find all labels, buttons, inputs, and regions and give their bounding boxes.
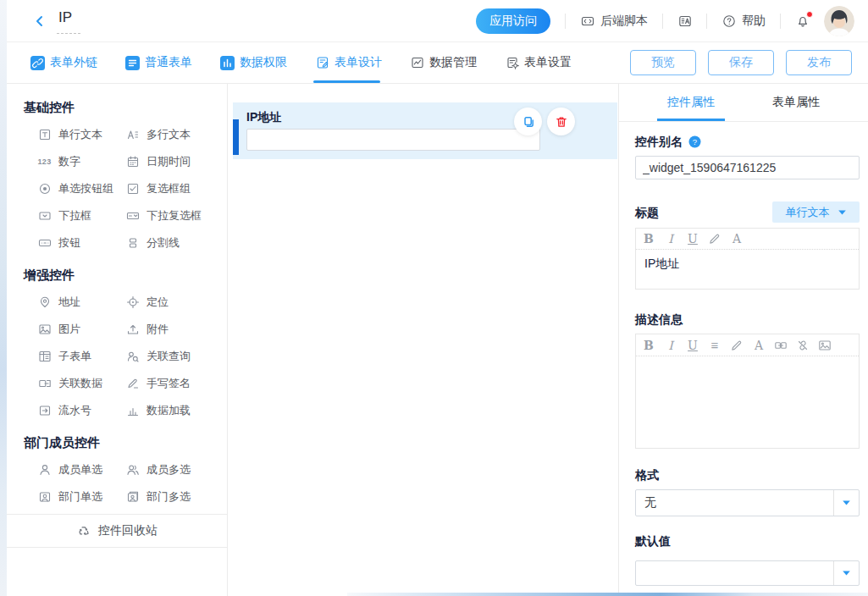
widget-item-serial-number[interactable]: 流水号 bbox=[37, 397, 125, 424]
avatar[interactable] bbox=[824, 6, 854, 36]
field-input[interactable] bbox=[246, 129, 540, 151]
description-label: 描述信息 bbox=[635, 312, 860, 327]
description-editor-content[interactable] bbox=[636, 356, 859, 448]
pencil-icon bbox=[708, 232, 722, 246]
help-circle-icon[interactable]: ? bbox=[688, 135, 702, 149]
linked-data-icon bbox=[37, 377, 52, 391]
widget-item-text-single[interactable]: 单行文本 bbox=[37, 121, 125, 148]
widget-item-select[interactable]: 下拉框 bbox=[37, 202, 125, 229]
publish-button[interactable]: 发布 bbox=[786, 50, 852, 75]
widget-item-data-load[interactable]: 数据加载 bbox=[125, 397, 227, 424]
alias-input[interactable] bbox=[635, 156, 860, 179]
bold-button[interactable]: B bbox=[638, 229, 660, 248]
widget-item-checkbox-group[interactable]: 复选框组 bbox=[125, 175, 227, 202]
form-designer-app: IP 应用访问 后端脚本 帮助 bbox=[0, 0, 868, 596]
widget-label: 定位 bbox=[147, 295, 169, 310]
divider bbox=[662, 14, 663, 29]
unlink-icon bbox=[796, 338, 810, 352]
text-single-icon bbox=[37, 128, 52, 142]
widget-item-divider[interactable]: 分割线 bbox=[125, 229, 227, 257]
format-select[interactable]: 无 bbox=[635, 489, 860, 516]
top-bar-actions: 应用访问 后端脚本 帮助 bbox=[476, 6, 868, 36]
section-title-basic: 基础控件 bbox=[24, 101, 227, 114]
widget-item-number[interactable]: 123数字 bbox=[37, 148, 125, 175]
pencil-button[interactable] bbox=[726, 336, 748, 355]
tab-form-properties[interactable]: 表单属性 bbox=[767, 84, 825, 121]
button-icon bbox=[37, 236, 52, 251]
tab-form-settings[interactable]: 表单设置 bbox=[505, 42, 572, 83]
help-button[interactable]: 帮助 bbox=[721, 14, 766, 29]
widget-item-location[interactable]: 定位 bbox=[125, 289, 227, 316]
notifications-button[interactable] bbox=[795, 14, 810, 28]
tab-data-permission[interactable]: 数据权限 bbox=[220, 42, 287, 83]
pencil-button[interactable] bbox=[704, 229, 726, 248]
app-access-button[interactable]: 应用访问 bbox=[476, 8, 550, 34]
code-icon bbox=[580, 14, 594, 28]
delete-field-button[interactable] bbox=[547, 108, 575, 135]
widget-recycle-bin[interactable]: 控件回收站 bbox=[7, 514, 227, 548]
link-button[interactable] bbox=[770, 336, 792, 355]
widget-label: 子表单 bbox=[58, 349, 91, 364]
save-button[interactable]: 保存 bbox=[708, 50, 774, 75]
widget-item-button[interactable]: 按钮 bbox=[37, 229, 125, 257]
tab-widget-properties[interactable]: 控件属性 bbox=[662, 84, 720, 121]
pencil-icon bbox=[730, 338, 744, 352]
font-color-button[interactable]: A bbox=[748, 336, 770, 355]
unlink-button[interactable] bbox=[792, 336, 814, 355]
widget-item-multiselect[interactable]: 下拉复选框 bbox=[125, 202, 227, 229]
bold-button[interactable]: B bbox=[638, 336, 660, 355]
widget-item-datetime[interactable]: 日期时间 bbox=[125, 148, 227, 175]
widget-label: 复选框组 bbox=[147, 181, 191, 196]
serial-number-icon bbox=[37, 404, 52, 418]
underline-button[interactable]: U bbox=[682, 336, 704, 355]
widget-label: 部门多选 bbox=[147, 489, 191, 505]
widget-item-address[interactable]: 地址 bbox=[37, 289, 125, 316]
widget-item-member-single[interactable]: 成员单选 bbox=[37, 456, 125, 483]
insert-image-button[interactable] bbox=[814, 336, 836, 355]
widget-item-member-multi[interactable]: 成员多选 bbox=[125, 456, 227, 483]
italic-button[interactable]: I bbox=[660, 336, 682, 355]
widget-label: 图片 bbox=[58, 322, 80, 337]
language-button[interactable] bbox=[677, 14, 692, 28]
number-icon: 123 bbox=[37, 155, 52, 169]
tab-data-management[interactable]: 数据管理 bbox=[410, 42, 477, 83]
field-label: IP地址 bbox=[246, 110, 281, 125]
tab-normal-form[interactable]: 普通表单 bbox=[125, 42, 192, 83]
title-editor-content[interactable]: IP地址 bbox=[636, 250, 859, 289]
multiselect-icon bbox=[125, 209, 140, 224]
widget-item-dept-single[interactable]: 部门单选 bbox=[37, 483, 125, 510]
widget-label: 数字 bbox=[58, 154, 80, 169]
recycle-icon bbox=[76, 524, 91, 538]
widget-item-linked-data[interactable]: 关联数据 bbox=[37, 370, 125, 397]
copy-field-button[interactable] bbox=[514, 108, 542, 135]
backend-script-button[interactable]: 后端脚本 bbox=[580, 14, 648, 29]
help-label: 帮助 bbox=[742, 14, 766, 29]
form-tabs: 表单外链 普通表单 数据权限 表单设计 数据管理 表单设置 bbox=[30, 42, 572, 83]
widget-item-dept-multi[interactable]: 部门多选 bbox=[125, 483, 227, 510]
selected-field-block[interactable]: IP地址 bbox=[233, 102, 617, 159]
back-button[interactable] bbox=[32, 14, 47, 28]
page-title[interactable]: IP bbox=[57, 8, 80, 34]
widget-item-text-multi[interactable]: 多行文本 bbox=[125, 121, 227, 148]
preview-button[interactable]: 预览 bbox=[630, 50, 696, 75]
form-canvas[interactable]: IP地址 bbox=[228, 84, 619, 596]
widget-item-subform[interactable]: 子表单 bbox=[37, 343, 125, 370]
default-value-select[interactable] bbox=[635, 560, 860, 586]
widget-item-image[interactable]: 图片 bbox=[37, 316, 125, 343]
widget-item-attachment[interactable]: 附件 bbox=[125, 316, 227, 343]
tab-label: 表单设计 bbox=[334, 55, 382, 70]
underline-button[interactable]: U bbox=[682, 229, 704, 248]
underline-icon: U bbox=[688, 233, 698, 245]
font-color-button[interactable]: A bbox=[726, 229, 748, 248]
tab-form-design[interactable]: 表单设计 bbox=[315, 42, 382, 83]
link-icon bbox=[774, 338, 788, 352]
widget-item-signature[interactable]: 手写签名 bbox=[125, 370, 227, 397]
chevron-left-icon bbox=[32, 14, 47, 28]
widget-type-dropdown[interactable]: 单行文本 bbox=[772, 201, 860, 223]
widget-item-radio-group[interactable]: 单选按钮组 bbox=[37, 175, 125, 202]
italic-button[interactable]: I bbox=[660, 229, 682, 248]
tab-external-link[interactable]: 表单外链 bbox=[30, 42, 97, 83]
widget-item-linked-query[interactable]: 关联查询 bbox=[125, 343, 227, 370]
align-button[interactable]: ≡ bbox=[704, 336, 726, 355]
upload-icon bbox=[125, 323, 140, 337]
